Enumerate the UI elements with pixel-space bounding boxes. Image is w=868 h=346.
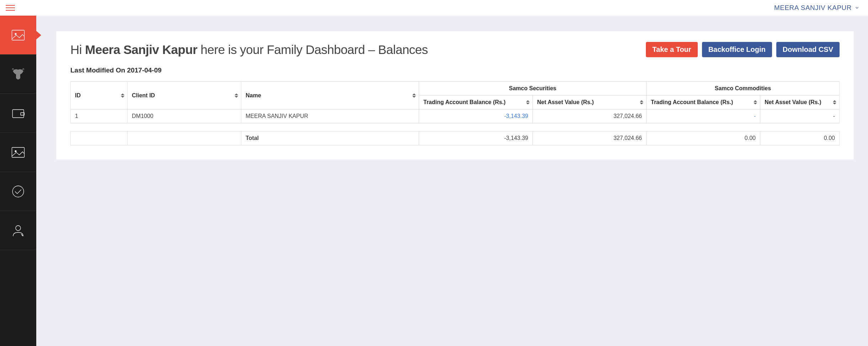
cell-id: 1 [71, 109, 128, 123]
svg-point-5 [15, 150, 16, 152]
greeting-prefix: Hi [70, 43, 85, 56]
table-row: 1 DM1000 MEERA SANJIV KAPUR -3,143.39 32… [71, 109, 840, 123]
balances-table: ID Client ID Name Samco Securities Sam [70, 81, 840, 123]
take-tour-button[interactable]: Take a Tour [646, 42, 697, 57]
last-modified-date: 2017-04-09 [127, 66, 161, 74]
last-modified: Last Modified On 2017-04-09 [70, 66, 840, 74]
greeting-user: Meera Sanjiv Kapur [85, 43, 197, 56]
user-dropdown[interactable]: MEERA SANJIV KAPUR [774, 4, 859, 12]
totals-row: Total -3,143.39 327,024.66 0.00 0.00 [71, 131, 840, 145]
chevron-down-icon [854, 5, 859, 10]
user-icon [11, 223, 26, 238]
last-modified-label: Last Modified On [70, 66, 127, 74]
cell-com-tab[interactable]: - [647, 109, 760, 123]
col-client-id[interactable]: Client ID [128, 82, 241, 109]
svg-rect-0 [12, 30, 25, 40]
download-csv-button[interactable]: Download CSV [776, 42, 840, 57]
sort-icon [640, 100, 643, 104]
svg-point-1 [15, 33, 16, 34]
backoffice-login-button[interactable]: Backoffice Login [702, 42, 772, 57]
sidebar-item-check[interactable] [0, 172, 36, 211]
col-group-commodities: Samco Commodities [647, 82, 840, 96]
totals-sec-tab: -3,143.39 [419, 131, 533, 145]
svg-point-6 [12, 186, 24, 197]
sort-icon [833, 100, 836, 104]
greeting-suffix: here is your Family Dashboard – Balances [197, 43, 428, 56]
totals-com-nav: 0.00 [760, 131, 840, 145]
dashboard-card: Hi Meera Sanjiv Kapur here is your Famil… [56, 31, 854, 160]
sidebar-item-dashboard[interactable] [0, 16, 36, 55]
cell-sec-tab[interactable]: -3,143.39 [419, 109, 533, 123]
action-buttons: Take a Tour Backoffice Login Download CS… [646, 42, 840, 57]
sidebar-item-wallet[interactable] [0, 94, 36, 133]
sort-icon [526, 100, 530, 104]
col-name[interactable]: Name [241, 82, 419, 109]
image-icon [11, 145, 26, 160]
col-sec-tab[interactable]: Trading Account Balance (Rs.) [419, 96, 533, 109]
hamburger-menu-icon[interactable] [4, 2, 16, 14]
sidebar-item-gallery[interactable] [0, 133, 36, 172]
totals-table: Total -3,143.39 327,024.66 0.00 0.00 [70, 131, 840, 145]
col-com-tab[interactable]: Trading Account Balance (Rs.) [647, 96, 760, 109]
topbar: MEERA SANJIV KAPUR [0, 0, 868, 16]
header-row: Hi Meera Sanjiv Kapur here is your Famil… [70, 42, 840, 57]
col-group-securities: Samco Securities [419, 82, 647, 96]
cell-sec-nav: 327,024.66 [533, 109, 647, 123]
user-name-label: MEERA SANJIV KAPUR [774, 4, 852, 12]
svg-rect-4 [12, 147, 25, 157]
totals-blank2 [128, 131, 241, 145]
svg-point-7 [16, 226, 21, 231]
col-id[interactable]: ID [71, 82, 128, 109]
bull-icon [11, 67, 26, 82]
totals-blank1 [71, 131, 128, 145]
check-circle-icon [11, 184, 26, 199]
totals-com-tab: 0.00 [647, 131, 760, 145]
sidebar-item-bull[interactable] [0, 55, 36, 94]
totals-sec-nav: 327,024.66 [533, 131, 647, 145]
sidebar [0, 16, 36, 346]
sort-icon [235, 93, 238, 98]
image-icon [11, 28, 26, 43]
sort-icon [121, 93, 124, 98]
cell-client-id: DM1000 [128, 109, 241, 123]
page-title: Hi Meera Sanjiv Kapur here is your Famil… [70, 43, 428, 57]
col-com-nav[interactable]: Net Asset Value (Rs.) [760, 96, 840, 109]
wallet-icon [11, 106, 26, 121]
sort-icon [754, 100, 757, 104]
totals-label: Total [241, 131, 419, 145]
cell-com-nav: - [760, 109, 840, 123]
col-sec-nav[interactable]: Net Asset Value (Rs.) [533, 96, 647, 109]
svg-rect-2 [12, 109, 24, 118]
sort-icon [412, 93, 416, 98]
sidebar-item-user[interactable] [0, 211, 36, 250]
main-content: Hi Meera Sanjiv Kapur here is your Famil… [36, 16, 868, 346]
cell-name: MEERA SANJIV KAPUR [241, 109, 419, 123]
